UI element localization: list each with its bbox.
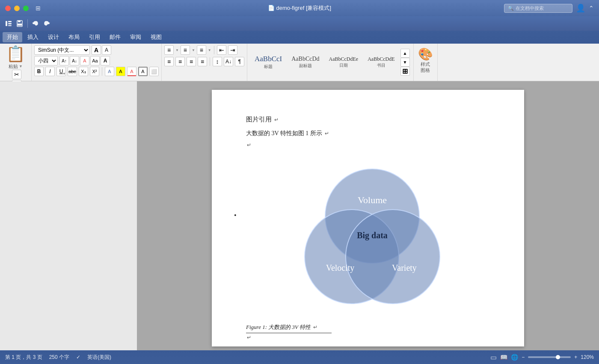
status-right: ▭ 📖 🌐 − + 120% xyxy=(490,353,594,361)
show-formatting-button[interactable]: ¶ xyxy=(235,57,244,66)
styles-more-button[interactable]: ⊞ xyxy=(400,67,410,76)
menu-insert[interactable]: 插入 xyxy=(23,32,43,42)
style-heading-name: 标题 xyxy=(264,64,273,70)
char-shading-button[interactable]: ⬜ xyxy=(149,67,159,76)
style-subheading-name: 副标题 xyxy=(299,63,312,69)
window-collapse-icon[interactable]: ⌃ xyxy=(589,5,594,12)
line-arrow: ↵ xyxy=(247,334,251,340)
save-button[interactable] xyxy=(15,19,25,28)
text-effects-button[interactable]: A xyxy=(105,67,114,76)
style-heading[interactable]: AaBbCcI 标题 xyxy=(251,53,286,71)
strikethrough-button[interactable]: abc xyxy=(68,67,77,76)
font-color-button[interactable]: A xyxy=(127,67,136,76)
language[interactable]: 英语(美国) xyxy=(87,354,111,361)
align-left-button[interactable]: ≡ xyxy=(164,57,174,66)
numbered-dropdown-icon[interactable]: ▼ xyxy=(192,48,195,52)
paste-dropdown-icon[interactable]: ▼ xyxy=(19,64,23,68)
increase-indent-button[interactable]: ⇥ xyxy=(228,45,237,55)
print-layout-button[interactable]: ▭ xyxy=(490,353,497,361)
multilevel-dropdown-icon[interactable]: ▼ xyxy=(208,48,211,52)
zoom-slider[interactable] xyxy=(528,356,571,358)
empty-arrow: ↵ xyxy=(247,142,251,148)
menu-view[interactable]: 视图 xyxy=(146,32,166,42)
paste-label: 粘贴 xyxy=(9,63,18,70)
menu-home[interactable]: 开始 xyxy=(3,32,22,42)
underline-dropdown-icon[interactable]: ▼ xyxy=(62,72,66,76)
zoom-plus[interactable]: + xyxy=(574,354,577,360)
clear-format-button[interactable]: Aa xyxy=(90,56,100,65)
styles-scroll-up[interactable]: ▲ xyxy=(400,49,410,58)
line-spacing-button[interactable]: ↕ xyxy=(213,57,222,66)
menu-bar: 开始 插入 设计 布局 引用 邮件 审阅 视图 xyxy=(0,31,599,44)
menu-layout[interactable]: 布局 xyxy=(64,32,84,42)
ribbon: 📋 粘贴 ▼ ✂ 📄 🖌 SimSun (中文... A A 小四 xyxy=(0,44,599,81)
subscript-button[interactable]: X₂ xyxy=(79,67,88,76)
align-right-button[interactable]: ≡ xyxy=(187,57,196,66)
menu-review[interactable]: 审阅 xyxy=(126,32,145,42)
svg-rect-6 xyxy=(18,24,22,26)
redo-button[interactable] xyxy=(42,19,52,28)
bullet-list-button[interactable]: ≡ xyxy=(164,45,174,55)
doc-heading: 图片引用 xyxy=(246,116,272,123)
font-size-increase-button[interactable]: A xyxy=(92,45,101,55)
font-size-select[interactable]: 小四 xyxy=(34,56,58,65)
menu-design[interactable]: 设计 xyxy=(44,32,63,42)
superscript-button[interactable]: X² xyxy=(90,67,99,76)
char-format-button[interactable]: A xyxy=(80,56,89,65)
minimize-button[interactable] xyxy=(14,6,20,11)
zoom-thumb xyxy=(556,355,560,359)
font-family-select[interactable]: SimSun (中文... xyxy=(34,45,90,55)
search-icon: 🔍 xyxy=(508,6,514,11)
font-sep xyxy=(102,67,102,76)
styles-gallery-button[interactable]: 🎨 样式图格 xyxy=(417,46,434,74)
menu-mailings[interactable]: 邮件 xyxy=(105,32,125,42)
proofread-icon[interactable]: ✓ xyxy=(76,354,80,360)
decrease-indent-button[interactable]: ⇤ xyxy=(217,45,226,55)
svg-point-9 xyxy=(346,210,440,304)
font-shrink-button[interactable]: A↓ xyxy=(70,56,79,65)
para-sep2 xyxy=(210,57,210,66)
style-heading-preview: AaBbCcI xyxy=(255,55,282,63)
document-canvas[interactable]: 图片引用 ↵ 大数据的 3V 特性如图 1 所示 ↵ ↵ • xyxy=(137,81,599,350)
justify-button[interactable]: ≡ xyxy=(198,57,207,66)
highlight-button[interactable]: A xyxy=(116,67,125,76)
user-icon[interactable]: 👤 xyxy=(576,3,585,13)
undo-button[interactable] xyxy=(30,19,41,28)
title-right-area: 🔍 在文档中搜索 👤 ⌃ xyxy=(504,3,594,13)
numbered-list-button[interactable]: ≡ xyxy=(181,45,190,55)
multilevel-list-button[interactable]: ≡ xyxy=(197,45,206,55)
style-date-preview: AaBbCcDdEe xyxy=(329,56,359,62)
doc-empty-line: ↵ xyxy=(246,141,498,148)
style-book[interactable]: AaBbCcDdE 书目 xyxy=(364,54,398,70)
cut-button[interactable]: ✂ xyxy=(12,70,21,79)
style-date[interactable]: AaBbCcDdEe 日期 xyxy=(325,54,362,70)
svg-rect-1 xyxy=(8,21,12,22)
char-border-button[interactable]: A xyxy=(138,67,148,76)
zoom-minus[interactable]: − xyxy=(522,354,525,360)
read-mode-button[interactable]: 📖 xyxy=(500,354,507,361)
clipboard-toggle-button[interactable] xyxy=(3,19,14,28)
sort-button[interactable]: A↓ xyxy=(224,57,233,66)
italic-button[interactable]: I xyxy=(45,67,55,76)
maximize-button[interactable] xyxy=(23,6,29,11)
caption-arrow: ↵ xyxy=(313,324,317,330)
body-arrow: ↵ xyxy=(325,130,329,136)
all-caps-button[interactable]: A xyxy=(101,56,110,65)
bullet-dropdown-icon[interactable]: ▼ xyxy=(175,48,179,52)
paste-button[interactable]: 📋 xyxy=(5,45,26,62)
font-size-decrease-button[interactable]: A xyxy=(102,45,111,55)
style-date-name: 日期 xyxy=(339,62,348,68)
menu-references[interactable]: 引用 xyxy=(85,32,104,42)
zoom-level[interactable]: 120% xyxy=(581,354,594,360)
sidebar-toggle-icon[interactable]: ⊞ xyxy=(36,5,41,12)
bold-button[interactable]: B xyxy=(34,67,44,76)
styles-scroll-down[interactable]: ▼ xyxy=(400,58,410,67)
close-button[interactable] xyxy=(5,6,11,11)
search-input[interactable]: 🔍 在文档中搜索 xyxy=(504,4,572,13)
font-grow-button[interactable]: A↑ xyxy=(59,56,69,65)
align-center-button[interactable]: ≡ xyxy=(175,57,185,66)
svg-rect-3 xyxy=(8,25,12,26)
style-subheading[interactable]: AaBbCcDd 副标题 xyxy=(288,53,323,71)
web-layout-button[interactable]: 🌐 xyxy=(511,354,518,361)
svg-rect-0 xyxy=(6,21,7,26)
